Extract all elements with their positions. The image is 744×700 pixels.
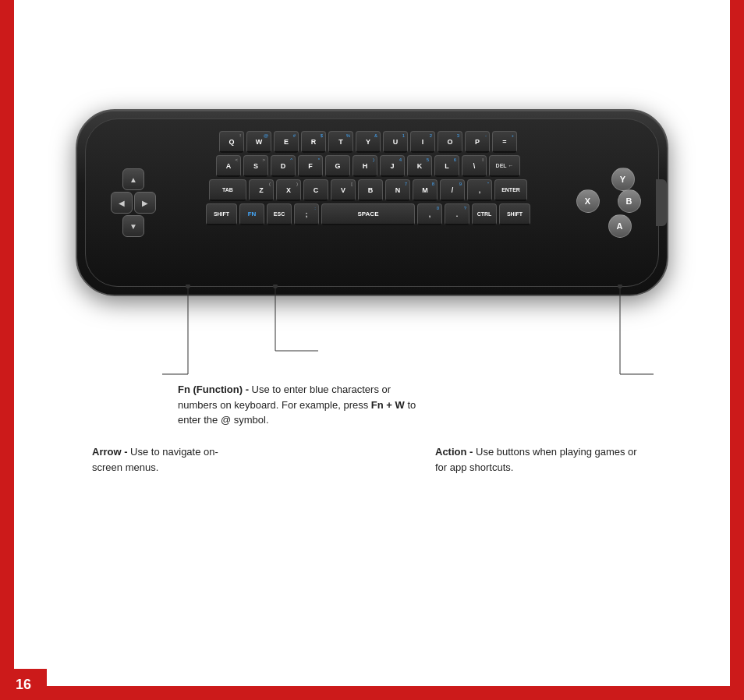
key-w[interactable]: @W	[246, 131, 271, 153]
key-shift-right[interactable]: SHIFT	[499, 203, 530, 225]
key-shift-left[interactable]: SHIFT	[206, 203, 237, 225]
fn-description: Fn (Function) - Use to enter blue charac…	[178, 382, 427, 428]
keyboard-area: !Q @W #E $R %T &Y 1U 2I 3O -P += <A	[172, 131, 565, 274]
key-t[interactable]: %T	[328, 131, 353, 153]
content-area: ▲ ◀ ▶ ▼	[14, 0, 730, 686]
key-slash[interactable]: 9/	[440, 179, 465, 201]
key-backslash[interactable]: I\	[462, 155, 487, 177]
key-row-3: TAB (Z )X C [V B 7N 8M 9/ ", ENTER	[209, 179, 527, 201]
key-ctrl[interactable]: CTRL	[472, 203, 497, 225]
key-comma2[interactable]: 0,	[417, 203, 442, 225]
key-c[interactable]: C	[303, 179, 328, 201]
action-panel: Y B X A	[574, 164, 636, 242]
key-r[interactable]: $R	[301, 131, 326, 153]
action-title: Action -	[435, 446, 473, 458]
arrow-right-icon: ▶	[142, 199, 148, 207]
key-z[interactable]: (Z	[249, 179, 274, 201]
remote-wrapper: ▲ ◀ ▶ ▼	[45, 109, 699, 296]
key-equals[interactable]: +=	[492, 131, 517, 153]
key-s[interactable]: >S	[243, 155, 268, 177]
arrow-up-key[interactable]: ▲	[122, 168, 144, 190]
key-row-1: !Q @W #E $R %T &Y 1U 2I 3O -P +=	[219, 131, 517, 153]
key-fn[interactable]: Fn	[239, 203, 264, 225]
key-j[interactable]: 4J	[380, 155, 405, 177]
y-button[interactable]: Y	[611, 168, 635, 191]
key-tab[interactable]: TAB	[209, 179, 246, 201]
page-number: 16	[0, 669, 47, 700]
arrow-title: Arrow -	[92, 446, 128, 458]
key-f[interactable]: *F	[298, 155, 323, 177]
arrow-panel: ▲ ◀ ▶ ▼	[105, 164, 161, 242]
border-right	[730, 0, 744, 700]
key-row-2: <A >S ^D *F G )H 4J 5K 6L I\ DEL ←	[216, 155, 520, 177]
arrow-left-key[interactable]: ◀	[111, 192, 133, 214]
key-y[interactable]: &Y	[356, 131, 381, 153]
action-description: Action - Use buttons when playing games …	[435, 444, 638, 475]
key-i[interactable]: 2I	[410, 131, 435, 153]
key-e[interactable]: #E	[274, 131, 299, 153]
key-b[interactable]: B	[358, 179, 383, 201]
x-button[interactable]: X	[576, 189, 600, 213]
key-x[interactable]: )X	[276, 179, 301, 201]
b-button[interactable]: B	[618, 189, 641, 213]
arrow-down-icon: ▼	[129, 222, 137, 231]
key-g[interactable]: G	[325, 155, 350, 177]
arrow-up-row: ▲	[122, 168, 144, 190]
key-space[interactable]: SPAcE	[321, 203, 415, 225]
key-m[interactable]: 8M	[413, 179, 438, 201]
key-a[interactable]: <A	[216, 155, 241, 177]
border-bottom	[0, 686, 744, 700]
key-period[interactable]: ?.	[445, 203, 469, 225]
key-o[interactable]: 3O	[438, 131, 462, 153]
key-del[interactable]: DEL ←	[489, 155, 520, 177]
remote-inner: ▲ ◀ ▶ ▼	[85, 118, 659, 287]
key-l[interactable]: 6L	[434, 155, 459, 177]
action-buttons-group: Y B X A	[576, 168, 635, 238]
right-grip	[656, 179, 667, 226]
key-d[interactable]: ^D	[271, 155, 296, 177]
key-n[interactable]: 7N	[385, 179, 410, 201]
arrow-down-row: ▼	[122, 215, 144, 237]
arrow-up-icon: ▲	[129, 175, 137, 184]
key-u[interactable]: 1U	[383, 131, 408, 153]
key-row-4: SHIFT Fn ESC :; SPAcE 0, ?. CTRL SHIFT	[206, 203, 530, 225]
arrow-description: Arrow - Use to navigate on-screen menus.	[92, 444, 248, 475]
key-v[interactable]: [V	[331, 179, 356, 201]
arrow-right-key[interactable]: ▶	[134, 192, 156, 214]
key-q[interactable]: !Q	[219, 131, 244, 153]
fn-title: Fn (Function) -	[178, 384, 249, 395]
a-button[interactable]: A	[608, 214, 632, 238]
fn-bold-mid: Fn + W	[371, 399, 405, 411]
key-h[interactable]: )H	[353, 155, 377, 177]
key-p[interactable]: -P	[465, 131, 490, 153]
border-left	[0, 0, 14, 700]
key-esc[interactable]: ESC	[267, 203, 292, 225]
remote-keyboard: ▲ ◀ ▶ ▼	[76, 109, 668, 296]
key-comma[interactable]: ",	[467, 179, 492, 201]
key-semicolon[interactable]: :;	[294, 203, 319, 225]
arrow-left-icon: ◀	[119, 199, 125, 207]
arrow-mid-row: ◀ ▶	[111, 192, 156, 214]
key-k[interactable]: 5K	[407, 155, 432, 177]
arrow-down-key[interactable]: ▼	[122, 215, 144, 237]
key-enter[interactable]: ENTER	[494, 179, 527, 201]
